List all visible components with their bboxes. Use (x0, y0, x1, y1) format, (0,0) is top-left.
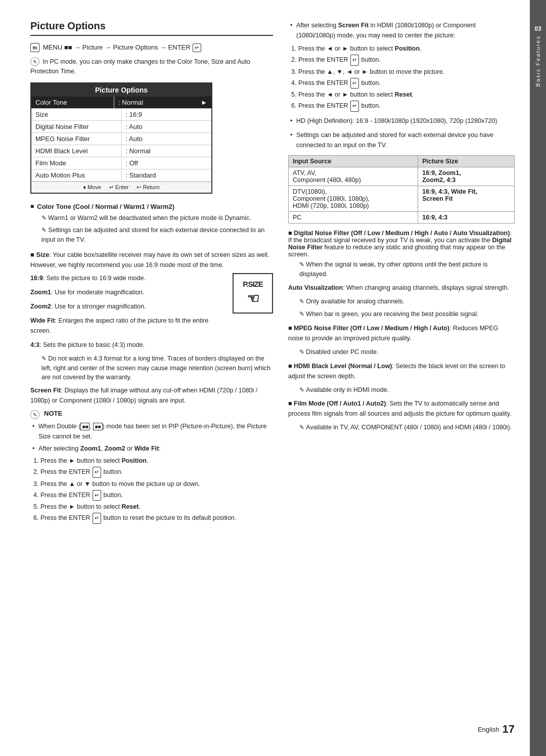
table-row: MPEG Noise Filter : Auto (31, 133, 211, 145)
left-column: Picture Options m MENU ■■ → Picture → Pi… (30, 20, 273, 707)
film-mode-block: ■ Film Mode (Off / Auto1 / Auto2): Sets … (288, 398, 515, 432)
table-cell-mpeg-value: : Auto (121, 133, 212, 145)
settings-note: Settings can be adjusted and stored for … (288, 130, 515, 150)
table-cell-amp-label: Auto Motion Plus (31, 169, 121, 181)
page-footer: English 17 (30, 718, 515, 736)
table-row: DTV(1080i),Component (1080i, 1080p),HDMI… (289, 186, 515, 211)
sf-step-6: Press the ENTER ↵ button. (298, 101, 515, 112)
table-row: Size : 16:9 (31, 109, 211, 121)
sf-step-5: Press the ◄ or ► button to select Reset. (298, 90, 515, 100)
table-enter: ↵ Enter (109, 184, 128, 191)
mpeg-note: Disabled under PC mode. (288, 347, 515, 357)
table-row: PC 16:9, 4:3 (289, 211, 515, 223)
sf-step-4: Press the ENTER ↵ button. (298, 78, 515, 89)
43-note: Do not watch in 4:3 format for a long ti… (30, 354, 273, 382)
screenfit-desc: Screen Fit: Displays the full image with… (30, 385, 273, 406)
zoom-steps: Press the ► button to select Position. P… (30, 456, 273, 524)
page-language: English (478, 726, 499, 733)
hdmi-block: ■ HDMI Black Level (Normal / Low): Selec… (288, 361, 515, 395)
menu-path: m MENU ■■ → Picture → Picture Options → … (30, 43, 273, 52)
right-column: After selecting Screen Fit in HDMI (1080… (288, 20, 515, 707)
hdmi-note: Available only in HDMI mode. (288, 385, 515, 395)
43-desc: 4:3: Sets the picture to basic (4:3) mod… (30, 340, 273, 350)
note-section: ✎ NOTE When Double (■■, ■■) mode has bee… (30, 410, 273, 524)
input-source-table: Input Source Picture Size ATV, AV,Compon… (288, 155, 515, 224)
dnf-block: ■ Digital Noise Filter (Off / Low / Medi… (288, 230, 515, 279)
sidebar-section: 03 Basic Features (530, 0, 546, 756)
table-cell-size-label: Size (31, 109, 121, 120)
source-atv: ATV, AV,Component (480i, 480p) (289, 167, 418, 186)
step-1: Press the ► button to select Position. (40, 456, 273, 466)
table-row: Auto Motion Plus : Standard (31, 169, 211, 182)
color-tone-note1: Warm1 or Warm2 will be deactivated when … (30, 213, 273, 223)
note-bullet-zoom: After selecting Zoom1, Zoom2 or Wide Fit… (30, 443, 273, 454)
sf-step-1: Press the ◄ or ► button to select Positi… (298, 43, 515, 54)
size-atv: 16:9, Zoom1,Zoom2, 4:3 (418, 167, 515, 186)
screen-fit-steps: Press the ◄ or ► button to select Positi… (288, 43, 515, 112)
step-2: Press the ENTER ↵ button. (40, 467, 273, 478)
input-source-header: Input Source (289, 155, 418, 167)
auto-viz-block: Auto Visualization: When changing analog… (288, 283, 515, 319)
source-pc: PC (289, 211, 418, 223)
auto-viz-note2: When bar is green, you are receiving the… (288, 309, 515, 319)
page-title: Picture Options (30, 20, 273, 36)
hand-icon: ☜ (247, 290, 259, 307)
table-cell-hdmi-label: HDMI Black Level (31, 145, 121, 157)
table-row: Digital Noise Filter : Auto (31, 121, 211, 133)
source-dtv: DTV(1080i),Component (1080i, 1080p),HDMI… (289, 186, 418, 211)
step-6: Press the ENTER ↵ button to reset the pi… (40, 513, 273, 524)
table-cell-dnf-label: Digital Noise Filter (31, 121, 121, 132)
psize-icon: P.SIZE ☜ (233, 273, 273, 314)
hd-note: HD (High Definition): 16:9 - 1080i/1080p… (288, 116, 515, 126)
table-row: HDMI Black Level : Normal (31, 145, 211, 157)
table-cell-film-value: : Off (121, 157, 212, 169)
table-row: ATV, AV,Component (480i, 480p) 16:9, Zoo… (289, 167, 515, 186)
widefit-desc: Wide Fit: Enlarges the aspect ratio of t… (30, 316, 273, 336)
auto-viz-note1: Only available for analog channels. (288, 297, 515, 306)
section-label: Basic Features (535, 35, 541, 86)
screen-fit-note: After selecting Screen Fit in HDMI (1080… (288, 20, 515, 40)
color-tone-header: Color Tone (Cool / Normal / Warm1 / Warm… (30, 203, 273, 210)
film-note: Available in TV, AV, COMPONENT (480i / 1… (288, 423, 515, 432)
table-move: ♦ Move (83, 184, 101, 191)
dnf-note: When the signal is weak, try other optio… (288, 260, 515, 279)
menu-path-text: MENU ■■ → Picture → Picture Options → EN… (43, 43, 202, 52)
note-icon: ✎ (30, 410, 39, 419)
table-cell-color-tone-value: : Normal (114, 97, 197, 108)
section-number: 03 (534, 25, 541, 32)
table-title: Picture Options (31, 83, 211, 97)
step-3: Press the ▲ or ▼ button to move the pict… (40, 479, 273, 489)
menu-icon: m (30, 43, 39, 52)
step-5: Press the ► button to select Reset. (40, 502, 273, 512)
sf-step-3: Press the ▲, ▼, ◄ or ► button to move th… (298, 67, 515, 77)
step-4: Press the ENTER ↵ button. (40, 490, 273, 501)
table-cell-dnf-value: : Auto (121, 121, 212, 132)
note-bullet-pip: When Double (■■, ■■) mode has been set i… (30, 421, 273, 441)
table-return: ↩ Return (136, 184, 159, 191)
table-cell-color-tone-label: Color Tone (31, 97, 114, 108)
table-cell-size-value: : 16:9 (121, 109, 212, 120)
table-footer: ♦ Move ↵ Enter ↩ Return (31, 182, 211, 193)
table-cell-film-label: Film Mode (31, 157, 121, 169)
size-pc: 16:9, 4:3 (418, 211, 515, 223)
table-row: Color Tone : Normal ► (31, 97, 211, 109)
pc-mode-note: ✎ In PC mode, you can only make changes … (30, 57, 273, 76)
table-cell-amp-value: : Standard (121, 169, 212, 181)
mpeg-block: ■ MPEG Noise Filter (Off / Low / Medium … (288, 323, 515, 357)
page-number: 17 (503, 723, 515, 736)
color-tone-note2: Settings can be adjusted and stored for … (30, 226, 273, 245)
picture-size-header: Picture Size (418, 155, 515, 167)
table-cell-hdmi-value: : Normal (121, 145, 212, 157)
size-dtv: 16:9, 4:3, Wide Fit,Screen Fit (418, 186, 515, 211)
size-header: ■ Size: Your cable box/satellite receive… (30, 250, 273, 270)
table-row: Film Mode : Off (31, 157, 211, 169)
sf-step-2: Press the ENTER ↵ button. (298, 55, 515, 66)
note-title: NOTE (44, 410, 62, 417)
picture-options-table: Picture Options Color Tone : Normal ► Si… (30, 82, 212, 194)
note-pencil-icon: ✎ (30, 57, 39, 66)
table-cell-mpeg-label: MPEG Noise Filter (31, 133, 121, 145)
table-arrow-icon: ► (197, 97, 211, 108)
